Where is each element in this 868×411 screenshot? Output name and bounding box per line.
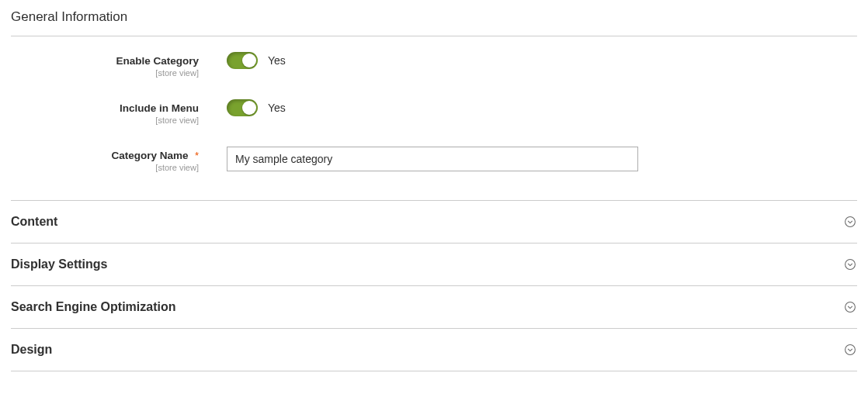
required-asterisk-icon: * [195,150,199,161]
include-in-menu-value: Yes [268,102,286,114]
section-design-title: Design [11,343,52,357]
enable-category-control: Yes [220,52,286,69]
svg-point-0 [845,217,856,227]
svg-point-3 [845,345,856,355]
include-in-menu-toggle[interactable] [227,99,258,116]
enable-category-scope: [store view] [11,68,199,78]
include-in-menu-control: Yes [220,99,286,116]
section-seo[interactable]: Search Engine Optimization [11,286,857,329]
chevron-down-icon [843,215,857,229]
section-content[interactable]: Content [11,200,857,243]
section-design[interactable]: Design [11,329,857,371]
section-title: General Information [11,0,857,36]
toggle-knob-icon [242,54,256,67]
chevron-down-icon [843,257,857,271]
include-in-menu-scope: [store view] [11,116,199,125]
section-display-settings-title: Display Settings [11,257,107,271]
section-content-title: Content [11,215,57,229]
include-in-menu-label-col: Include in Menu [store view] [11,99,220,125]
enable-category-label: Enable Category [116,55,199,67]
category-name-label-col: Category Name * [store view] [11,147,220,172]
category-name-input[interactable] [227,147,638,171]
field-include-in-menu: Include in Menu [store view] Yes [11,99,857,125]
category-name-scope: [store view] [11,163,199,172]
svg-point-1 [845,260,856,270]
chevron-down-icon [843,343,857,357]
category-name-label: Category Name [111,150,188,161]
enable-category-label-col: Enable Category [store view] [11,52,220,78]
toggle-knob-icon [242,101,256,115]
general-information-form: Enable Category [store view] Yes Include… [11,36,857,197]
category-name-control [220,147,638,171]
field-enable-category: Enable Category [store view] Yes [11,52,857,78]
chevron-down-icon [843,300,857,314]
include-in-menu-label: Include in Menu [120,102,199,114]
section-display-settings[interactable]: Display Settings [11,243,857,286]
section-seo-title: Search Engine Optimization [11,300,175,314]
collapsible-sections: Content Display Settings Search Engine O… [11,200,857,371]
enable-category-value: Yes [268,54,286,67]
enable-category-toggle[interactable] [227,52,258,69]
svg-point-2 [845,302,856,313]
field-category-name: Category Name * [store view] [11,147,857,172]
